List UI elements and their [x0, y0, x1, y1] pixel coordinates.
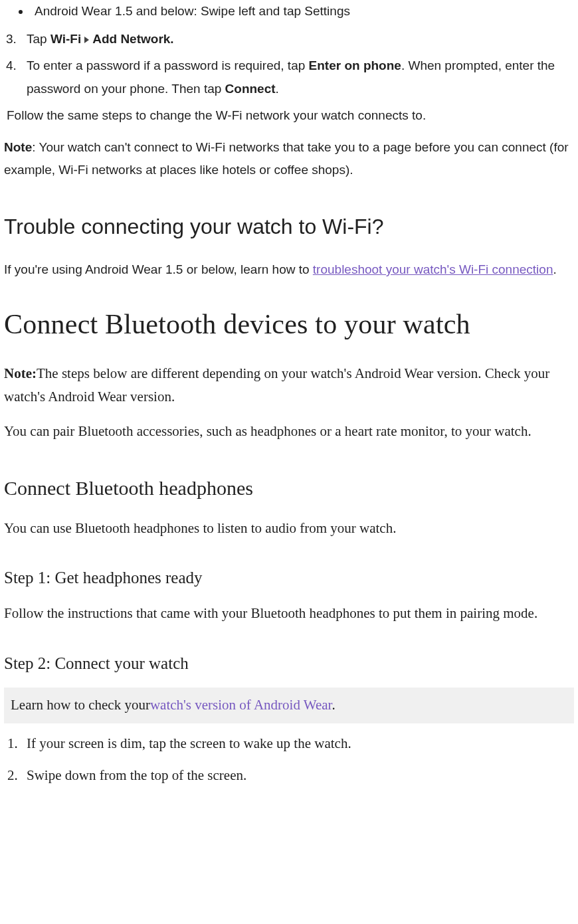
add-network-label: Add Network.	[92, 32, 173, 46]
text: .	[553, 262, 556, 276]
note-paragraph: Note: Your watch can't connect to Wi-Fi …	[4, 136, 574, 181]
list-item-2: Swipe down from the top of the screen.	[21, 763, 574, 788]
step1-paragraph: Follow the instructions that came with y…	[4, 602, 574, 626]
bullet-list: Android Wear 1.5 and below: Swipe left a…	[4, 0, 574, 23]
text: .	[276, 82, 279, 96]
text: .	[332, 697, 335, 713]
heading-step2: Step 2: Connect your watch	[4, 648, 574, 678]
numbered-list-wifi: Tap Wi-FiAdd Network. To enter a passwor…	[4, 28, 574, 100]
shaded-callout: Learn how to check yourwatch's version o…	[4, 688, 574, 723]
list-item-1: If your screen is dim, tap the screen to…	[21, 731, 574, 757]
list-item-3: Tap Wi-FiAdd Network.	[20, 28, 574, 50]
note-label: Note:	[4, 365, 37, 381]
list-item-4: To enter a password if a password is req…	[20, 54, 574, 100]
heading-step1: Step 1: Get headphones ready	[4, 563, 574, 593]
bullet-item: Android Wear 1.5 and below: Swipe left a…	[31, 0, 574, 23]
follow-paragraph: Follow the same steps to change the W-Fi…	[7, 104, 574, 127]
bt-note-paragraph: Note:The steps below are different depen…	[4, 362, 574, 409]
text: Learn how to check your	[11, 697, 150, 713]
heading-trouble-wifi: Trouble connecting your watch to Wi-Fi?	[4, 208, 574, 246]
text: To enter a password if a password is req…	[27, 58, 309, 72]
arrow-right-icon	[84, 37, 89, 43]
note-text: The steps below are different depending …	[4, 365, 549, 405]
numbered-list-bt: If your screen is dim, tap the screen to…	[4, 731, 574, 788]
android-wear-version-link[interactable]: watch's version of Android Wear	[150, 697, 332, 713]
headphones-paragraph: You can use Bluetooth headphones to list…	[4, 517, 574, 541]
note-label: Note	[4, 140, 32, 154]
document-body: Android Wear 1.5 and below: Swipe left a…	[0, 0, 578, 807]
text: Tap	[27, 32, 50, 46]
wi-fi-label: Wi-Fi	[50, 32, 81, 46]
heading-bt-headphones: Connect Bluetooth headphones	[4, 470, 574, 506]
text: If you're using Android Wear 1.5 or belo…	[4, 262, 313, 276]
troubleshoot-wifi-link[interactable]: troubleshoot your watch's Wi-Fi connecti…	[313, 262, 553, 276]
connect-label: Connect	[225, 82, 276, 96]
bt-intro-paragraph: You can pair Bluetooth accessories, such…	[4, 420, 574, 444]
enter-on-phone-label: Enter on phone	[309, 58, 401, 72]
trouble-paragraph: If you're using Android Wear 1.5 or belo…	[4, 258, 574, 281]
heading-connect-bluetooth: Connect Bluetooth devices to your watch	[4, 300, 574, 350]
note-text: : Your watch can't connect to Wi-Fi netw…	[4, 140, 569, 177]
